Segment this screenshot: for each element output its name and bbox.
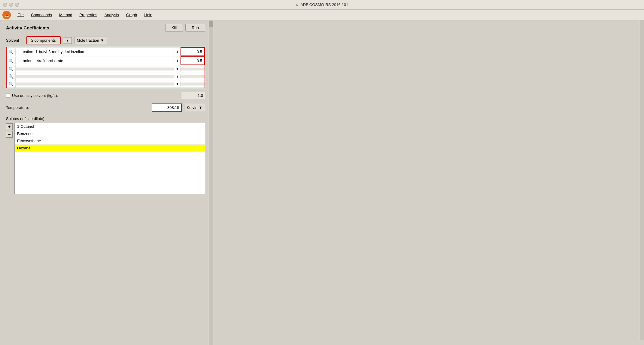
solvent-dropdown-1[interactable]: ⬍ — [174, 49, 181, 55]
menu-method[interactable]: Method — [56, 11, 75, 18]
kelvin-arrow: ▼ — [199, 105, 202, 110]
kill-button[interactable]: Kill — [165, 24, 183, 32]
density-input[interactable] — [181, 92, 205, 99]
search-icon-1[interactable]: 🔍 — [7, 48, 16, 56]
mole-fraction-select[interactable]: Mole fraction ▼ — [74, 37, 107, 44]
solvent-dropdown-2[interactable]: ⬍ — [174, 58, 181, 64]
kelvin-select[interactable]: Kelvin ▼ — [184, 104, 205, 111]
solutes-label: Solutes (infinite dilute) — [6, 116, 205, 121]
menu-help[interactable]: Help — [141, 11, 155, 18]
menu-compounds[interactable]: Compounds — [28, 11, 55, 18]
solvent-row-2: 🔍 IL_anion_tetrafluoroborate ⬍ 0.5 — [7, 56, 205, 65]
title-bar: X ADF COSMO-RS 2016.101 — [0, 0, 644, 10]
solvent-name-1: IL_cation_1-butyl-3-methyl-imidazolium — [16, 48, 174, 56]
solvent-value-3 — [181, 68, 205, 70]
kelvin-label: Kelvin — [187, 105, 197, 110]
mole-fraction-label: Mole fraction — [77, 38, 99, 43]
search-icon-3[interactable]: 🔍 — [7, 65, 16, 73]
solvent-name-4 — [16, 75, 174, 78]
components-dropdown[interactable]: ▼ — [63, 37, 72, 44]
search-icon-4[interactable]: 🔍 — [7, 73, 16, 80]
solvent-dropdown-5[interactable]: ⬍ — [174, 81, 181, 87]
menu-analysis[interactable]: Analysis — [102, 11, 122, 18]
density-row: Use density solvent (kg/L): — [6, 92, 205, 99]
solvent-value-5 — [181, 82, 205, 86]
section-title: Activity Coefficients — [6, 25, 49, 30]
solvent-label: Solvent — [6, 38, 24, 43]
solvent-name-2: IL_anion_tetrafluoroborate — [16, 57, 174, 64]
temperature-input[interactable] — [152, 104, 182, 112]
maximize-button[interactable] — [15, 3, 19, 7]
solute-item-0[interactable]: 1-Octanol — [15, 123, 205, 130]
remove-solute-button[interactable]: − — [6, 131, 13, 138]
section-header: Activity Coefficients Kill Run — [6, 24, 205, 32]
run-button[interactable]: Run — [185, 24, 205, 32]
title-bar-text: X ADF COSMO-RS 2016.101 — [296, 2, 348, 7]
right-scrollbar-vertical[interactable] — [640, 20, 644, 340]
solvent-value-1[interactable]: 0.5 — [181, 47, 205, 56]
menu-file[interactable]: File — [14, 11, 27, 18]
menu-bar: 🦊 File Compounds Method Properties Analy… — [0, 10, 644, 20]
solvent-name-5 — [16, 82, 174, 86]
solute-item-1[interactable]: Benzene — [15, 130, 205, 137]
main-layout: Activity Coefficients Kill Run Solvent 2… — [0, 20, 644, 345]
solvent-row-5: 🔍 ⬍ — [7, 80, 205, 88]
solvent-value-2[interactable]: 0.5 — [181, 56, 205, 65]
temperature-label: Temperature: — [6, 105, 29, 110]
left-scrollbar-thumb[interactable] — [209, 21, 213, 27]
solvent-row: Solvent 2 components ▼ Mole fraction ▼ — [6, 36, 205, 44]
app-icon: X — [296, 3, 298, 7]
solutes-controls: + − — [6, 123, 13, 194]
left-panel: Activity Coefficients Kill Run Solvent 2… — [0, 20, 213, 345]
solute-item-2[interactable]: Ethoxyethane — [15, 137, 205, 145]
header-buttons: Kill Run — [165, 24, 205, 32]
solute-list-empty — [15, 152, 205, 194]
menu-properties[interactable]: Properties — [76, 11, 100, 18]
mole-fraction-arrow: ▼ — [100, 38, 104, 43]
solvent-dropdown-4[interactable]: ⬍ — [174, 74, 181, 80]
solvent-dropdown-3[interactable]: ⬍ — [174, 66, 181, 72]
temperature-row: Temperature: Kelvin ▼ — [6, 104, 205, 112]
solvent-row-1: 🔍 IL_cation_1-butyl-3-methyl-imidazolium… — [7, 47, 205, 56]
solutes-list: 1-Octanol Benzene Ethoxyethane Hexane — [14, 123, 205, 194]
window-controls — [3, 3, 19, 7]
density-checkbox-wrapper: Use density solvent (kg/L): — [6, 93, 58, 98]
solvent-value-4 — [181, 75, 205, 78]
add-solute-button[interactable]: + — [6, 123, 13, 130]
minimize-button[interactable] — [9, 3, 13, 7]
search-icon-5[interactable]: 🔍 — [7, 80, 16, 88]
density-label: Use density solvent (kg/L): — [12, 93, 58, 98]
solutes-layout: + − 1-Octanol Benzene Ethoxyethane Hexan… — [6, 123, 205, 194]
solute-item-3[interactable]: Hexane — [15, 145, 205, 152]
solvent-name-3 — [16, 68, 174, 70]
solvent-grid: 🔍 IL_cation_1-butyl-3-methyl-imidazolium… — [6, 47, 205, 88]
content-area: Activity Coefficients Kill Run Solvent 2… — [0, 20, 213, 345]
density-checkbox[interactable] — [6, 94, 10, 98]
components-button[interactable]: 2 components — [26, 36, 61, 44]
solvent-row-4: 🔍 ⬍ — [7, 73, 205, 80]
solutes-section: Solutes (infinite dilute) + − 1-Octanol … — [6, 116, 205, 194]
app-logo: 🦊 — [2, 11, 11, 19]
left-scrollbar[interactable] — [209, 20, 213, 345]
menu-graph[interactable]: Graph — [123, 11, 140, 18]
close-button[interactable] — [3, 3, 7, 7]
right-panel — [213, 20, 644, 345]
search-icon-2[interactable]: 🔍 — [7, 57, 16, 64]
solvent-row-3: 🔍 ⬍ — [7, 65, 205, 73]
window-title: ADF COSMO-RS 2016.101 — [300, 2, 348, 7]
